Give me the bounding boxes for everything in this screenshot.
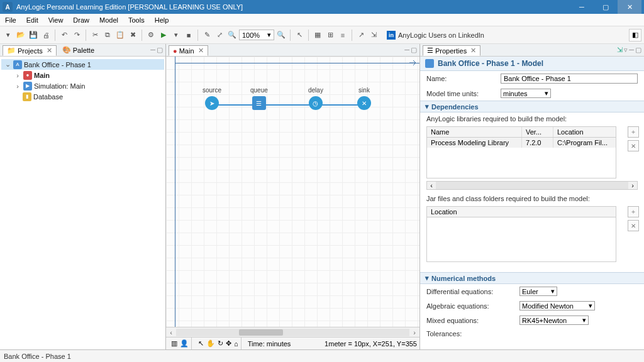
tab-palette[interactable]: 🎨 Palette	[58, 45, 99, 55]
tree-database[interactable]: ▮ Database	[1, 91, 164, 102]
menu-draw[interactable]: Draw	[68, 15, 94, 25]
mix-select[interactable]: RK45+Newton▾	[519, 315, 589, 325]
scroll-track[interactable]	[176, 329, 409, 336]
connector[interactable]	[214, 104, 365, 106]
menu-help[interactable]: Help	[150, 15, 174, 25]
menu-view[interactable]: View	[43, 15, 69, 25]
build-icon[interactable]: ⚙	[145, 30, 157, 41]
maximize-panel-icon[interactable]: ▢	[411, 46, 417, 54]
open-icon[interactable]: 📂	[15, 30, 26, 41]
linkedin-link[interactable]: in AnyLogic Users on LinkedIn	[387, 31, 484, 40]
run-icon[interactable]: ▶	[158, 30, 169, 41]
tree-root[interactable]: ⌄ A Bank Office - Phase 1	[1, 59, 164, 70]
col-name[interactable]: Name	[427, 127, 521, 137]
rotate-icon[interactable]: ↻	[218, 339, 223, 348]
home-icon[interactable]: ⌂	[234, 340, 238, 348]
undo-icon[interactable]: ↶	[58, 30, 70, 41]
zoom-icon[interactable]: 🔍	[226, 30, 238, 41]
menu-tools[interactable]: Tools	[123, 15, 150, 25]
print-icon[interactable]: 🖨	[40, 30, 52, 41]
menu-edit[interactable]: Edit	[21, 15, 43, 25]
tree-simulation[interactable]: › ▶ Simulation: Main	[1, 80, 164, 91]
block-queue[interactable]: queue ☰	[250, 87, 268, 110]
name-field[interactable]: Bank Office - Phase 1	[501, 74, 638, 84]
link-icon[interactable]: ⇲	[617, 46, 623, 54]
alg-select[interactable]: Modified Newton▾	[519, 301, 595, 310]
minimize-panel-icon[interactable]: ─	[629, 46, 634, 54]
maximize-panel-icon[interactable]: ▢	[635, 46, 641, 54]
minimize-panel-icon[interactable]: ─	[404, 46, 409, 54]
align-icon[interactable]: ≡	[337, 30, 348, 41]
close-icon[interactable]: ✕	[47, 47, 52, 55]
menu-icon[interactable]: ▿	[624, 46, 628, 54]
section-numerical[interactable]: ▾ Numerical methods	[420, 272, 644, 284]
move-icon[interactable]: ✥	[226, 339, 231, 348]
save-icon[interactable]: 💾	[28, 30, 39, 41]
zoom-in-icon[interactable]: 🔍	[275, 30, 287, 41]
scroll-right-icon[interactable]: ›	[409, 329, 419, 336]
timeunits-select[interactable]: minutes ▾	[501, 89, 551, 98]
col-version[interactable]: Ver...	[521, 127, 553, 137]
grid-icon[interactable]: ▦	[312, 30, 323, 41]
tab-properties[interactable]: ☰ Properties ✕	[423, 45, 480, 56]
maximize-button[interactable]: ▢	[594, 0, 618, 14]
menu-model[interactable]: Model	[94, 15, 123, 25]
close-icon[interactable]: ✕	[470, 47, 476, 55]
tab-main-editor[interactable]: ● Main ✕	[169, 45, 208, 56]
redo-icon[interactable]: ↷	[71, 30, 82, 41]
minimize-button[interactable]: ─	[570, 0, 594, 14]
delete-icon[interactable]: ✖	[127, 30, 138, 41]
block-sink[interactable]: sink ✕	[357, 87, 371, 110]
run-drop-icon[interactable]: ▾	[170, 30, 182, 41]
close-button[interactable]: ✕	[618, 0, 641, 14]
col-location[interactable]: Location	[427, 207, 616, 217]
tab-projects[interactable]: 📁 Projects ✕	[3, 45, 57, 56]
minimize-panel-icon[interactable]: ─	[150, 46, 155, 54]
link-icon[interactable]: ↗	[355, 30, 367, 41]
copy-icon[interactable]: ⧉	[102, 30, 113, 41]
close-icon[interactable]: ✕	[198, 47, 204, 55]
block-delay[interactable]: delay ◷	[308, 87, 323, 110]
new-icon[interactable]: ▾	[3, 30, 14, 41]
row-diff: Differential equations: Euler▾	[420, 284, 644, 299]
cut-icon[interactable]: ✂	[89, 30, 101, 41]
axis-y	[175, 57, 175, 327]
block-source[interactable]: source ➤	[203, 87, 221, 110]
canvas[interactable]: source ➤ queue ☰ delay ◷ sink ✕	[166, 57, 419, 327]
expand-icon[interactable]: ›	[14, 72, 21, 79]
menu-file[interactable]: File	[0, 15, 21, 25]
snap-icon[interactable]: ⊞	[325, 30, 336, 41]
collapse-icon[interactable]: ⌄	[4, 60, 11, 69]
canvas-hscroll[interactable]: ‹ ›	[166, 327, 419, 337]
zoom-fit-icon[interactable]: ⤢	[214, 30, 225, 41]
col-location[interactable]: Location	[553, 127, 616, 137]
hand-icon[interactable]: ✋	[206, 339, 215, 348]
scroll-track[interactable]	[436, 182, 628, 189]
select-icon[interactable]: ↖	[198, 339, 204, 348]
layer-icon[interactable]: ▥	[171, 339, 177, 348]
perspective-button[interactable]: ◧	[629, 29, 641, 41]
diff-select[interactable]: Euler▾	[519, 287, 557, 296]
scroll-left-icon[interactable]: ‹	[166, 329, 176, 336]
table-row[interactable]: Process Modeling Library 7.2.0 C:\Progra…	[427, 138, 616, 148]
link2-icon[interactable]: ⇲	[368, 30, 379, 41]
scroll-thumb[interactable]	[239, 329, 283, 336]
zoom-select[interactable]: 100%▾	[239, 30, 274, 40]
scroll-left-icon[interactable]: ‹	[427, 182, 436, 189]
tree-main[interactable]: › ● Main	[1, 70, 164, 80]
person-icon[interactable]: 👤	[180, 339, 189, 348]
cell-name: Process Modeling Library	[427, 138, 521, 148]
remove-button[interactable]: ✕	[628, 220, 639, 231]
dep-hscroll[interactable]: ‹ ›	[426, 181, 638, 190]
paste-icon[interactable]: 📋	[114, 30, 126, 41]
wand-icon[interactable]: ✎	[201, 30, 213, 41]
remove-button[interactable]: ✕	[628, 140, 639, 151]
scroll-right-icon[interactable]: ›	[628, 182, 637, 189]
add-button[interactable]: ＋	[628, 206, 639, 217]
expand-icon[interactable]: ›	[14, 82, 21, 90]
stop-icon[interactable]: ■	[183, 30, 194, 41]
pointer-icon[interactable]: ↖	[294, 30, 305, 41]
add-button[interactable]: ＋	[628, 126, 639, 138]
section-dependencies[interactable]: ▾ Dependencies	[420, 101, 644, 112]
maximize-panel-icon[interactable]: ▢	[157, 46, 163, 54]
